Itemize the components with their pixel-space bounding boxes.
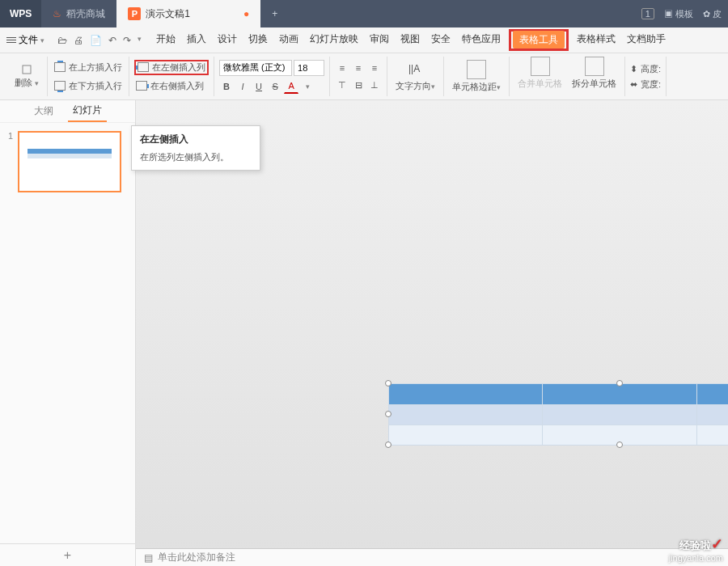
delete-button[interactable]: 删除 ▾ xyxy=(11,64,42,89)
redo-icon[interactable]: ↷ xyxy=(123,35,131,46)
strike-button[interactable]: S xyxy=(268,79,282,94)
ribbon-tabs: 开始 插入 设计 切换 动画 幻灯片放映 审阅 视图 安全 特色应用 表格工具 … xyxy=(153,29,669,51)
insert-col-right[interactable]: 在右侧插入列 xyxy=(134,78,209,94)
insert-above-label: 在上方插入行 xyxy=(69,61,122,74)
height-icon: ⬍ xyxy=(630,64,637,74)
section-cellmargin: 单元格边距▾ xyxy=(444,57,510,96)
valign-top-icon[interactable]: ⊤ xyxy=(335,78,349,93)
menu-left: 文件 ▾ 🗁 🖨 📄 ↶ ↷ ▾ xyxy=(6,33,142,47)
bold-button[interactable]: B xyxy=(219,79,234,94)
width-label: 宽度: xyxy=(641,78,661,91)
resize-handle[interactable] xyxy=(616,380,623,386)
italic-button[interactable]: I xyxy=(235,79,250,94)
tab-dochelper[interactable]: 文档助手 xyxy=(624,29,669,51)
workspace: 大纲 幻灯片 1 + xyxy=(0,100,728,566)
text-direction-button[interactable]: ||A 文字方向▾ xyxy=(392,61,438,92)
section-align: ≡ ≡ ≡ ⊤ ⊟ ⊥ xyxy=(330,57,387,96)
file-label: 文件 xyxy=(19,33,38,47)
watermark-brand: 经验啦✓ xyxy=(669,535,723,553)
notification-badge[interactable]: 1 xyxy=(641,8,654,19)
font-more-icon[interactable]: ▾ xyxy=(300,79,315,94)
skin-link[interactable]: ✿ 皮 xyxy=(703,8,722,20)
tab-review[interactable]: 审阅 xyxy=(366,29,392,51)
split-cells-button[interactable]: 拆分单元格 xyxy=(569,57,620,96)
table-row xyxy=(389,425,729,446)
section-insert-col: 在左侧插入列 在右侧插入列 xyxy=(129,57,214,96)
underline-button[interactable]: U xyxy=(252,79,266,94)
tooltip-body: 在所选列左侧插入列。 xyxy=(140,151,252,163)
section-insert-rowcol: 在上方插入行 在下方插入行 xyxy=(48,57,129,96)
tab-security[interactable]: 安全 xyxy=(428,29,454,51)
undo-icon[interactable]: ↶ xyxy=(108,35,116,46)
watermark-url: jingyanla.com xyxy=(669,553,723,563)
notes-bar[interactable]: ▤ 单击此处添加备注 xyxy=(136,548,728,566)
align-right-icon[interactable]: ≡ xyxy=(367,61,382,75)
modified-dot-icon: ● xyxy=(243,8,249,19)
resize-handle[interactable] xyxy=(385,441,392,448)
thumb-table-icon xyxy=(28,149,112,158)
resize-handle[interactable] xyxy=(385,380,392,386)
tab-store-label: 稻壳商城 xyxy=(66,7,105,21)
font-name-select[interactable] xyxy=(219,60,292,76)
height-label: 高度: xyxy=(641,63,661,75)
qa-more-icon[interactable]: ▾ xyxy=(138,35,142,46)
tab-slideshow[interactable]: 幻灯片放映 xyxy=(307,29,362,51)
cell-margin-icon xyxy=(467,60,486,79)
valign-bot-icon[interactable]: ⊥ xyxy=(367,78,382,93)
tab-view[interactable]: 视图 xyxy=(397,29,423,51)
font-size-select[interactable] xyxy=(294,60,324,76)
print-icon[interactable]: 📄 xyxy=(90,35,102,46)
open-icon[interactable]: 🗁 xyxy=(57,35,67,46)
textdir-label: 文字方向▾ xyxy=(396,80,435,92)
thumbnail-list: 1 xyxy=(0,123,135,543)
slide-thumb-1[interactable]: 1 xyxy=(8,131,127,192)
thumb-number: 1 xyxy=(8,131,13,192)
resize-handle[interactable] xyxy=(616,441,623,448)
tab-transition[interactable]: 切换 xyxy=(245,29,271,51)
insert-left-label: 在左侧插入列 xyxy=(152,61,205,74)
file-menu[interactable]: 文件 ▾ xyxy=(6,33,44,47)
template-link[interactable]: ▣ 模板 xyxy=(664,8,693,20)
insert-row-above[interactable]: 在上方插入行 xyxy=(53,60,124,75)
insert-row-below[interactable]: 在下方插入行 xyxy=(53,78,124,94)
cell-margin-button[interactable]: 单元格边距▾ xyxy=(449,60,504,93)
section-font: B I U S A ▾ xyxy=(214,57,330,96)
resize-handle[interactable] xyxy=(385,411,392,417)
insert-col-left[interactable]: 在左侧插入列 xyxy=(134,60,209,75)
notes-icon: ▤ xyxy=(144,552,153,564)
tab-tablestyle[interactable]: 表格样式 xyxy=(574,29,619,51)
tab-slides[interactable]: 幻灯片 xyxy=(68,100,107,122)
tab-tabletools[interactable]: 表格工具 xyxy=(513,31,565,49)
insert-below-icon xyxy=(54,81,66,91)
cellmargin-label: 单元格边距▾ xyxy=(452,81,501,93)
section-delete: 删除 ▾ xyxy=(6,57,48,96)
tab-design[interactable]: 设计 xyxy=(214,29,240,51)
tab-animation[interactable]: 动画 xyxy=(276,29,302,51)
tab-start[interactable]: 开始 xyxy=(153,29,179,51)
logo-text: WPS xyxy=(10,8,32,19)
font-color-button[interactable]: A xyxy=(284,79,298,94)
add-slide-button[interactable]: + xyxy=(0,543,135,566)
table-row xyxy=(389,405,729,425)
tab-document[interactable]: P 演示文稿1 ● xyxy=(116,0,260,27)
save-icon[interactable]: 🖨 xyxy=(74,35,83,46)
slide-table[interactable] xyxy=(388,383,728,446)
insert-right-icon xyxy=(136,81,147,91)
quick-access: 🗁 🖨 📄 ↶ ↷ ▾ xyxy=(57,35,142,46)
tab-outline[interactable]: 大纲 xyxy=(29,101,58,121)
table-object[interactable] xyxy=(388,383,728,445)
tab-special[interactable]: 特色应用 xyxy=(459,29,504,51)
tab-insert[interactable]: 插入 xyxy=(184,29,210,51)
width-icon: ⬌ xyxy=(630,79,637,90)
new-tab-button[interactable]: + xyxy=(260,8,289,19)
align-left-icon[interactable]: ≡ xyxy=(335,61,349,75)
ribbon-toolbar: 删除 ▾ 在上方插入行 在下方插入行 在左侧插入列 在右侧插入列 B I U xyxy=(0,53,728,100)
valign-mid-icon[interactable]: ⊟ xyxy=(351,78,366,93)
tab-store[interactable]: ♨ 稻壳商城 xyxy=(41,0,116,27)
table-delete-icon xyxy=(21,64,32,75)
title-bar: WPS ♨ 稻壳商城 P 演示文稿1 ● + 1 ▣ 模板 ✿ 皮 xyxy=(0,0,728,27)
section-height-width: ⬍ 高度: ⬌ 宽度: xyxy=(625,57,667,96)
check-icon: ✓ xyxy=(711,536,723,552)
align-center-icon[interactable]: ≡ xyxy=(351,61,366,75)
notes-placeholder: 单击此处添加备注 xyxy=(158,551,235,564)
